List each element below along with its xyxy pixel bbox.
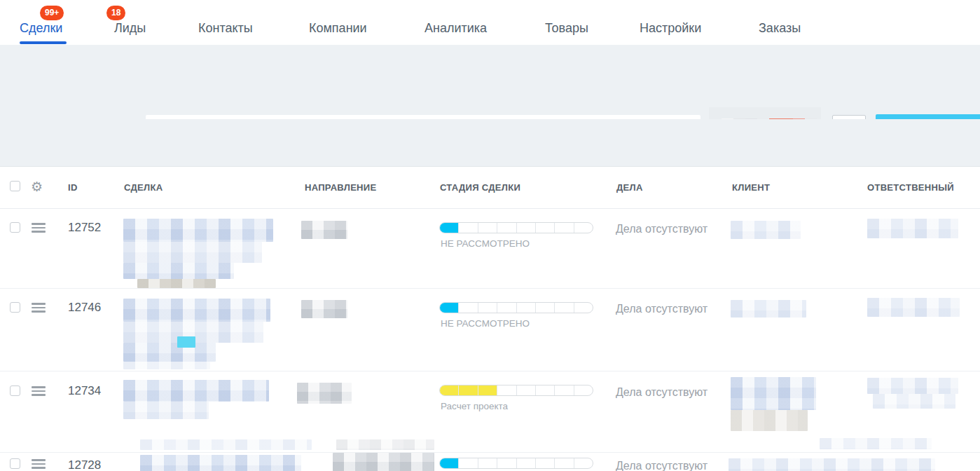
row-menu-icon[interactable] bbox=[32, 303, 46, 313]
nav-tab-products[interactable]: Товары bbox=[545, 21, 588, 36]
activity-status: Дела отсутствуют bbox=[616, 460, 708, 471]
nav-tab-analytics[interactable]: Аналитика bbox=[425, 21, 487, 36]
redacted-deal-name bbox=[123, 343, 216, 362]
deal-id: 12752 bbox=[68, 221, 101, 235]
row-checkbox[interactable] bbox=[10, 302, 20, 313]
deal-id: 12728 bbox=[68, 458, 101, 471]
redacted-client bbox=[729, 458, 935, 471]
redacted-responsible bbox=[867, 378, 958, 394]
nav-tab-deals[interactable]: Сделки bbox=[20, 21, 62, 36]
nav-tab-analytics-label: Аналитика bbox=[425, 21, 487, 35]
stage-progress-bar bbox=[439, 302, 593, 313]
stage-progress-bar bbox=[439, 222, 593, 233]
active-tab-underline bbox=[20, 41, 67, 44]
stage-progress-bar bbox=[439, 458, 593, 469]
redacted-direction bbox=[333, 453, 434, 471]
redacted-responsible bbox=[873, 394, 955, 409]
redacted-direction bbox=[301, 300, 347, 318]
nav-tab-contacts[interactable]: Контакты bbox=[198, 21, 253, 36]
table-row[interactable]: 12752 НЕ РАССМОТРЕНО Дела отсутствуют bbox=[0, 209, 980, 288]
nav-tab-companies-label: Компании bbox=[309, 21, 367, 35]
deals-count-badge: 99+ bbox=[40, 6, 64, 20]
row-checkbox[interactable] bbox=[10, 385, 20, 396]
redacted-deal-name bbox=[123, 242, 262, 263]
nav-tab-deals-label: Сделки bbox=[20, 21, 62, 35]
redacted-deal-highlight bbox=[177, 336, 195, 348]
col-header-id[interactable]: ID bbox=[68, 182, 78, 193]
col-header-responsible[interactable]: ОТВЕТСТВЕННЫЙ bbox=[867, 182, 954, 193]
col-header-stage[interactable]: СТАДИЯ СДЕЛКИ bbox=[440, 182, 520, 193]
nav-tab-orders[interactable]: Заказы bbox=[759, 21, 801, 36]
activity-status: Дела отсутствуют bbox=[616, 386, 708, 399]
activity-status: Дела отсутствуют bbox=[616, 303, 708, 315]
table-row[interactable]: 12734 Расчет проекта Дела отсутствуют bbox=[0, 371, 980, 452]
table-row[interactable]: 12728 Дела отсутствуют bbox=[0, 452, 980, 471]
nav-tab-orders-label: Заказы bbox=[759, 21, 801, 35]
redacted-direction bbox=[301, 221, 347, 239]
redacted-deal-name bbox=[123, 402, 209, 419]
title-band: Сделки ☆ Дата начала: 01.01.202… × + пои… bbox=[0, 45, 980, 119]
nav-tab-contacts-label: Контакты bbox=[198, 21, 253, 35]
redacted-deal-name bbox=[123, 219, 273, 242]
redacted-deal-name bbox=[137, 279, 216, 288]
redacted-deal-name bbox=[140, 439, 312, 450]
redacted-direction bbox=[297, 383, 352, 404]
table-row[interactable]: 12746 НЕ РАССМОТРЕНО Дела отсутствуют bbox=[0, 288, 980, 371]
deal-id: 12734 bbox=[68, 384, 101, 398]
row-menu-icon[interactable] bbox=[32, 459, 46, 469]
nav-tab-settings-label: Настройки bbox=[640, 21, 701, 35]
stage-label: НЕ РАССМОТРЕНО bbox=[441, 318, 530, 329]
redacted-deal-name bbox=[123, 299, 270, 322]
redacted-deal-name bbox=[123, 362, 210, 369]
activity-status: Дела отсутствуют bbox=[616, 223, 708, 235]
top-nav: Сделки 99+ Лиды 18 Контакты Компании Ана… bbox=[0, 0, 980, 45]
redacted-client bbox=[731, 377, 816, 410]
redacted-deal-name bbox=[140, 455, 301, 471]
row-checkbox[interactable] bbox=[10, 458, 20, 469]
col-header-client[interactable]: КЛИЕНТ bbox=[732, 182, 770, 193]
select-all-checkbox[interactable] bbox=[10, 181, 20, 191]
col-header-direction[interactable]: НАПРАВЛЕНИЕ bbox=[305, 182, 376, 193]
stage-label: Расчет проекта bbox=[441, 401, 508, 411]
nav-tab-settings[interactable]: Настройки bbox=[640, 21, 701, 36]
row-menu-icon[interactable] bbox=[32, 386, 46, 396]
row-menu-icon[interactable] bbox=[32, 223, 46, 233]
leads-count-badge: 18 bbox=[106, 6, 125, 20]
redacted-deal-name bbox=[123, 380, 269, 402]
redacted-client bbox=[731, 221, 801, 239]
nav-tab-leads[interactable]: Лиды bbox=[114, 21, 146, 36]
deal-id: 12746 bbox=[68, 301, 101, 315]
redacted-responsible bbox=[820, 438, 932, 449]
redacted-direction bbox=[336, 439, 434, 450]
col-header-activities[interactable]: ДЕЛА bbox=[616, 182, 643, 193]
stage-label: НЕ РАССМОТРЕНО bbox=[441, 238, 530, 249]
redacted-client bbox=[731, 300, 806, 318]
col-header-deal[interactable]: СДЕЛКА bbox=[124, 182, 163, 193]
redacted-responsible bbox=[867, 219, 958, 238]
table-header: ⚙ ID СДЕЛКА НАПРАВЛЕНИЕ СТАДИЯ СДЕЛКИ ДЕ… bbox=[0, 167, 980, 209]
nav-tab-products-label: Товары bbox=[545, 21, 588, 35]
row-checkbox[interactable] bbox=[10, 222, 20, 233]
redacted-deal-name bbox=[123, 263, 234, 279]
stage-progress-bar bbox=[439, 385, 593, 396]
toolbar-band: Нет сделок, требующих оперативной реакци… bbox=[0, 119, 980, 167]
nav-tab-leads-label: Лиды bbox=[114, 21, 146, 35]
redacted-responsible bbox=[867, 298, 960, 317]
columns-gear-icon[interactable]: ⚙ bbox=[31, 180, 43, 193]
redacted-client bbox=[731, 410, 808, 431]
nav-tab-companies[interactable]: Компании bbox=[309, 21, 367, 36]
